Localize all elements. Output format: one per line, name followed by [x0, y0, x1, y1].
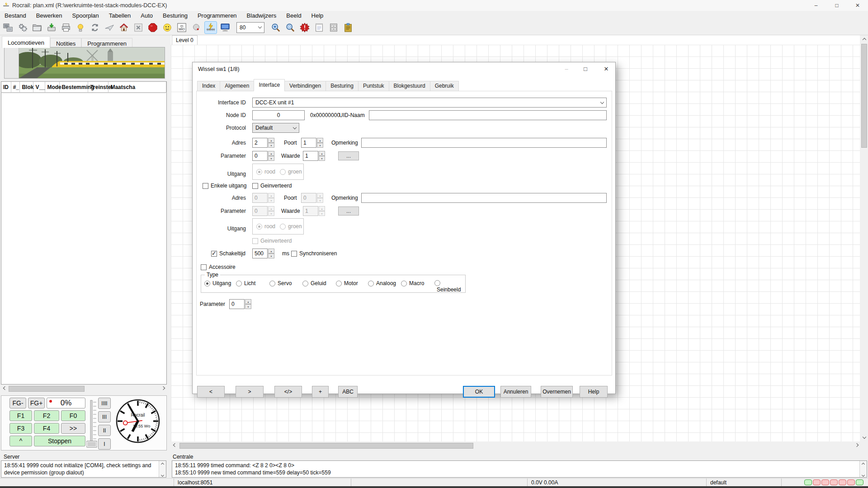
rood2-radio[interactable]: [256, 224, 262, 230]
type-option-uitgang[interactable]: Uitgang: [204, 280, 231, 287]
type-option-geluid[interactable]: Geluid: [302, 280, 326, 287]
dialog-titlebar[interactable]: Wissel sw1 (1/8): [193, 62, 615, 76]
menu-bestand[interactable]: Bestand: [5, 12, 26, 19]
close-button[interactable]: ✕: [847, 0, 868, 11]
track-power-icon[interactable]: [204, 21, 217, 34]
accessoire-option[interactable]: Accessoire: [201, 264, 236, 271]
dialog-tab-puntstuk[interactable]: Puntstuk: [358, 81, 389, 91]
menu-bewerken[interactable]: Bewerken: [36, 12, 62, 19]
locomotive-image[interactable]: [4, 47, 165, 79]
nav-button-4[interactable]: ABC: [338, 386, 358, 398]
close-box-icon[interactable]: [132, 21, 145, 34]
speed-slider[interactable]: [86, 399, 97, 449]
stop-button[interactable]: Stoppen: [34, 436, 85, 446]
monitor-icon[interactable]: [219, 21, 231, 34]
loco-horizontal-scrollbar[interactable]: [1, 385, 167, 393]
save-icon[interactable]: [45, 21, 58, 34]
type-option-licht[interactable]: Licht: [236, 280, 255, 287]
type-option-analoog[interactable]: Analoog: [368, 280, 396, 287]
server-log-scrollbar[interactable]: [159, 461, 166, 477]
column-header-#_[interactable]: #_: [11, 82, 20, 92]
type-radio-macro[interactable]: [401, 281, 407, 286]
groen-radio[interactable]: [280, 169, 286, 175]
lamp-off-icon[interactable]: [190, 21, 203, 34]
scroll-left-icon[interactable]: [1, 385, 9, 393]
smiley-icon[interactable]: [161, 21, 174, 34]
fg-plus-button[interactable]: FG+: [28, 398, 45, 408]
dialog-close-button[interactable]: ✕: [599, 62, 614, 75]
interface-id-select[interactable]: DCC-EX unit #1: [252, 98, 607, 108]
step-button-iii[interactable]: III: [98, 411, 111, 422]
node-id-field[interactable]: 0: [252, 110, 305, 120]
clipboard-icon[interactable]: [342, 21, 354, 34]
dialog-tab-gebruik[interactable]: Gebruik: [430, 81, 459, 91]
step-button-i[interactable]: I: [98, 438, 111, 450]
parameter-spinner[interactable]: 0▲▼: [252, 151, 274, 161]
menu-beeld[interactable]: Beeld: [286, 12, 301, 19]
step-button-iiii[interactable]: IIII: [98, 398, 111, 409]
menu-spoorplan[interactable]: Spoorplan: [72, 12, 99, 19]
column-header-v__[interactable]: V__: [33, 82, 45, 92]
opmerking2-field[interactable]: [361, 193, 607, 203]
zoom-level-select[interactable]: 80: [236, 22, 264, 33]
server-log[interactable]: 18:55:41 9999 could not initialize [COM4…: [1, 460, 166, 478]
type-option-macro[interactable]: Macro: [401, 280, 424, 287]
emergency-stop-icon[interactable]: [146, 21, 159, 34]
dialog-tab-interface[interactable]: Interface: [254, 79, 285, 91]
column-header-bestemming[interactable]: Bestemming: [60, 82, 88, 92]
f2-button[interactable]: F2: [34, 410, 59, 421]
menu-auto[interactable]: Auto: [141, 12, 153, 19]
geinverteerd-option[interactable]: Geinverteerd: [252, 183, 292, 189]
waarde-spinner[interactable]: 1▲▼: [303, 151, 325, 161]
nav-button-1[interactable]: >: [236, 386, 264, 398]
power-lamp-icon[interactable]: [74, 21, 87, 34]
home-icon[interactable]: [118, 21, 130, 34]
geinverteerd-checkbox[interactable]: [252, 183, 258, 189]
column-header-blok[interactable]: Blok: [20, 82, 33, 92]
scroll-right-icon[interactable]: [159, 385, 167, 393]
schakeltijd-option[interactable]: Schakeltijd: [211, 250, 245, 257]
schakeltijd-spinner[interactable]: 500▲▼: [252, 249, 274, 258]
locomotive-list[interactable]: [1, 93, 167, 385]
column-header-maatscha[interactable]: Maatscha: [108, 82, 166, 92]
print-icon[interactable]: [60, 21, 72, 34]
nav-button-3[interactable]: +: [312, 386, 329, 398]
menu-help[interactable]: Help: [311, 12, 324, 19]
dialog-tab-besturing[interactable]: Besturing: [326, 81, 359, 91]
nav-button-2[interactable]: </>: [274, 386, 302, 398]
type-option-servo[interactable]: Servo: [269, 280, 292, 287]
type-radio-servo[interactable]: [269, 281, 275, 286]
log-icon[interactable]: [313, 21, 326, 34]
type-radio-uitgang[interactable]: [204, 281, 210, 286]
value-picker-button[interactable]: ...: [338, 151, 359, 160]
nav-button-0[interactable]: <: [197, 386, 225, 398]
fg-minus-button[interactable]: FG-: [9, 398, 26, 408]
column-header-treinstel[interactable]: Treinstel: [88, 82, 108, 92]
maximize-button[interactable]: □: [826, 0, 847, 11]
protocol-select[interactable]: Default: [252, 123, 299, 133]
dialog-tab-index[interactable]: Index: [197, 81, 220, 91]
menu-bladwijzers[interactable]: Bladwijzers: [247, 12, 277, 19]
scroll-right-icon[interactable]: [853, 442, 860, 450]
workspace-icon[interactable]: [2, 21, 14, 34]
type-option-seinbeeld[interactable]: Seinbeeld: [434, 280, 465, 293]
minimize-button[interactable]: –: [806, 0, 826, 11]
f3-button[interactable]: F3: [9, 423, 32, 434]
ok-button[interactable]: OK: [463, 386, 495, 398]
enkele-uitgang-option[interactable]: Enkele uitgang: [203, 183, 246, 189]
rood-radio[interactable]: [256, 169, 262, 175]
column-header-mode[interactable]: Mode: [45, 82, 60, 92]
uid-naam-field[interactable]: [369, 110, 607, 120]
canvas-horizontal-scrollbar[interactable]: [171, 442, 860, 450]
accessoire-checkbox[interactable]: [201, 264, 207, 270]
annuleren-button[interactable]: Annuleren: [500, 386, 531, 398]
f4-button[interactable]: F4: [34, 423, 59, 434]
type-radio-analoog[interactable]: [368, 281, 374, 286]
type-option-motor[interactable]: Motor: [336, 280, 358, 287]
opmerking-field[interactable]: [361, 138, 607, 148]
vscroll-thumb[interactable]: [861, 44, 867, 148]
direction-button[interactable]: ^: [9, 436, 32, 446]
enkele-uitgang-checkbox[interactable]: [203, 183, 208, 189]
level-tab[interactable]: Level 0: [172, 35, 198, 45]
canvas-vertical-scrollbar[interactable]: [860, 35, 868, 441]
